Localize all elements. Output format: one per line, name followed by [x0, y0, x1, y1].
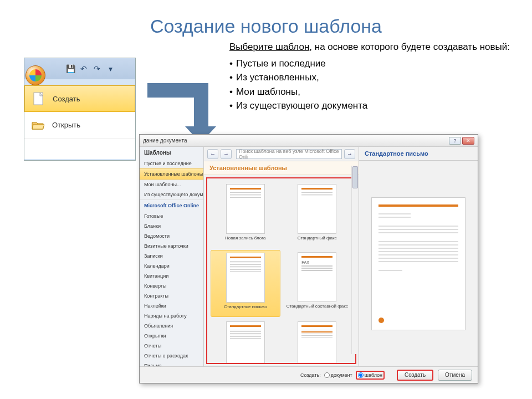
qat-dropdown-icon[interactable]: ▾	[104, 63, 116, 75]
sidebar: Шаблоны Пустые и последние Установленные…	[140, 147, 204, 366]
template-label: Стандартное письмо	[224, 304, 267, 314]
sidebar-item-installed[interactable]: Установленные шаблоны	[140, 168, 203, 180]
sidebar-item[interactable]: Открытки	[140, 331, 203, 341]
create-as-group: Создать: документ шаблон	[300, 371, 385, 380]
instruction-bullet: Из установленных,	[229, 70, 510, 85]
radio-document[interactable]: документ	[324, 372, 352, 378]
template-merge-letter[interactable]: Стандартное составное письмо	[211, 319, 280, 364]
sidebar-item[interactable]: Визитные карточки	[140, 241, 203, 251]
quick-access-toolbar: 💾 ↶ ↷ ▾	[24, 58, 135, 79]
close-button[interactable]: ✕	[462, 137, 474, 145]
fax-label: FAX	[301, 260, 332, 264]
sidebar-item[interactable]: Контракты	[140, 291, 203, 301]
cancel-button[interactable]: Отмена	[438, 370, 472, 381]
scrollbar[interactable]	[351, 166, 358, 354]
preview-panel: Стандартное письмо	[359, 147, 478, 366]
menu-item-create[interactable]: Создать	[24, 85, 135, 112]
dialog-titlebar: дание документа ? ✕	[140, 135, 478, 147]
instruction-heading-underlined: Выберите шаблон	[229, 42, 309, 52]
sidebar-item[interactable]: Записки	[140, 251, 203, 261]
preview-title: Стандартное письмо	[359, 147, 478, 161]
instruction-bullet: Пустые и последние	[229, 57, 510, 71]
help-button[interactable]: ?	[449, 137, 461, 145]
search-input[interactable]: Поиск шаблона на веб узле Microsoft Offi…	[236, 149, 342, 159]
instruction-block: Выберите шаблон, на основе которого буде…	[229, 40, 510, 113]
open-folder-icon	[31, 118, 45, 132]
sidebar-item[interactable]: Отчеты	[140, 341, 203, 351]
office-button[interactable]	[25, 65, 45, 85]
sidebar-item[interactable]: Календари	[140, 261, 203, 271]
sidebar-item[interactable]: Наклейки	[140, 301, 203, 311]
menu-item-label: Открыть	[52, 121, 80, 129]
template-standard-fax[interactable]: Стандартный факс	[283, 182, 352, 248]
template-standard-report[interactable]: Стандартный отчет	[283, 319, 352, 364]
office-menu-panel: 💾 ↶ ↷ ▾ Создать Открыть	[24, 58, 136, 161]
save-icon[interactable]: 💾	[64, 63, 76, 75]
sidebar-item[interactable]: Бланки	[140, 221, 203, 231]
center-header: Установленные шаблоны	[204, 161, 359, 175]
template-label: Стандартный факс	[298, 236, 337, 245]
sidebar-item[interactable]: Готовые	[140, 211, 203, 221]
create-button[interactable]: Создать	[397, 370, 433, 381]
template-label: Стандартный составной факс	[287, 304, 348, 314]
back-button[interactable]: ←	[207, 149, 218, 159]
sidebar-item[interactable]: Отчеты о расходах	[140, 351, 203, 361]
sidebar-item[interactable]: Наряды на работу	[140, 311, 203, 321]
template-blog-entry[interactable]: Новая запись блога	[211, 182, 280, 248]
template-standard-letter[interactable]: Стандартное письмо	[211, 250, 280, 317]
menu-item-label: Создать	[53, 95, 80, 103]
sidebar-item-my[interactable]: Мои шаблоны...	[140, 180, 203, 190]
template-label: Новая запись блога	[225, 236, 265, 245]
undo-icon[interactable]: ↶	[78, 63, 90, 75]
sidebar-item[interactable]: Конверты	[140, 281, 203, 291]
sidebar-section-online: Microsoft Office Online	[140, 200, 203, 211]
template-gallery: Новая запись блога Стандартный факс Стан…	[206, 177, 356, 364]
menu-item-open[interactable]: Открыть	[24, 112, 135, 139]
sidebar-item-empty[interactable]: Пустые и последние	[140, 158, 203, 168]
sidebar-item[interactable]: Письма	[140, 361, 203, 366]
sidebar-item[interactable]: Объявления	[140, 321, 203, 331]
radio-template[interactable]: шаблон	[358, 372, 382, 378]
forward-button[interactable]: →	[221, 149, 232, 159]
slide-title: Создание нового шаблона	[0, 0, 532, 37]
search-go-button[interactable]: →	[344, 149, 355, 159]
sidebar-item-existing[interactable]: Из существующего документа...	[140, 190, 203, 200]
preview-document	[371, 197, 466, 330]
instruction-bullet: Из существующего документа	[229, 99, 510, 113]
center-panel: ← → Поиск шаблона на веб узле Microsoft …	[204, 147, 359, 366]
new-document-dialog: дание документа ? ✕ Шаблоны Пустые и пос…	[139, 134, 478, 383]
sidebar-item[interactable]: Ведомости	[140, 231, 203, 241]
dialog-title: дание документа	[143, 137, 187, 144]
template-merge-fax[interactable]: FAX Стандартный составной факс	[283, 250, 352, 317]
new-document-icon	[32, 91, 46, 106]
sidebar-header: Шаблоны	[140, 147, 203, 158]
redo-icon[interactable]: ↷	[91, 63, 103, 75]
sidebar-item[interactable]: Квитанции	[140, 271, 203, 281]
create-as-label: Создать:	[300, 372, 321, 378]
arrow-icon	[137, 72, 226, 139]
instruction-heading-rest: , на основе которого будете создавать но…	[309, 42, 510, 52]
instruction-bullet: Мои шаблоны,	[229, 85, 510, 99]
